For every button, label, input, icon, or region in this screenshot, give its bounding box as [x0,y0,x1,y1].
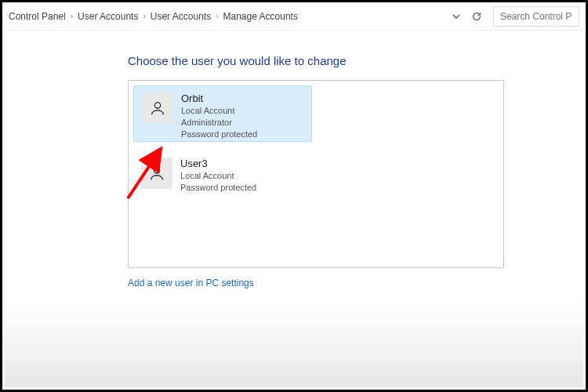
accounts-panel: Orbit Local Account Administrator Passwo… [128,80,504,268]
svg-point-0 [154,103,160,108]
account-password-status: Password protected [180,182,256,194]
account-card-orbit[interactable]: Orbit Local Account Administrator Passwo… [133,85,312,142]
page-title: Choose the user you would like to change [128,54,586,67]
user-icon [141,158,172,189]
account-info: Orbit Local Account Administrator Passwo… [181,93,257,140]
chevron-right-icon: › [71,12,73,20]
address-bar: Control Panel › User Accounts › User Acc… [2,2,586,31]
bottom-fade [5,301,583,387]
refresh-icon[interactable] [468,8,485,25]
user-icon [142,93,173,124]
chevron-right-icon: › [216,12,218,20]
chevron-right-icon: › [143,12,145,20]
breadcrumb-item[interactable]: Manage Accounts [223,11,298,22]
account-type: Local Account [181,105,257,117]
account-role: Administrator [181,117,257,129]
chevron-down-icon[interactable] [448,8,465,25]
breadcrumb-item[interactable]: Control Panel [9,11,66,22]
account-name: Orbit [181,93,257,104]
breadcrumb-item[interactable]: User Accounts [78,11,138,22]
account-password-status: Password protected [181,129,257,140]
search-input[interactable] [493,6,579,27]
breadcrumb-item[interactable]: User Accounts [151,11,211,22]
main-content: Choose the user you would like to change… [2,31,586,289]
account-type: Local Account [180,170,256,182]
breadcrumb[interactable]: Control Panel › User Accounts › User Acc… [9,11,445,22]
svg-point-1 [154,168,159,173]
account-name: User3 [180,158,256,169]
add-user-link[interactable]: Add a new user in PC settings [128,278,254,289]
account-card-user3[interactable]: User3 Local Account Password protected [133,151,312,208]
account-info: User3 Local Account Password protected [180,158,256,194]
